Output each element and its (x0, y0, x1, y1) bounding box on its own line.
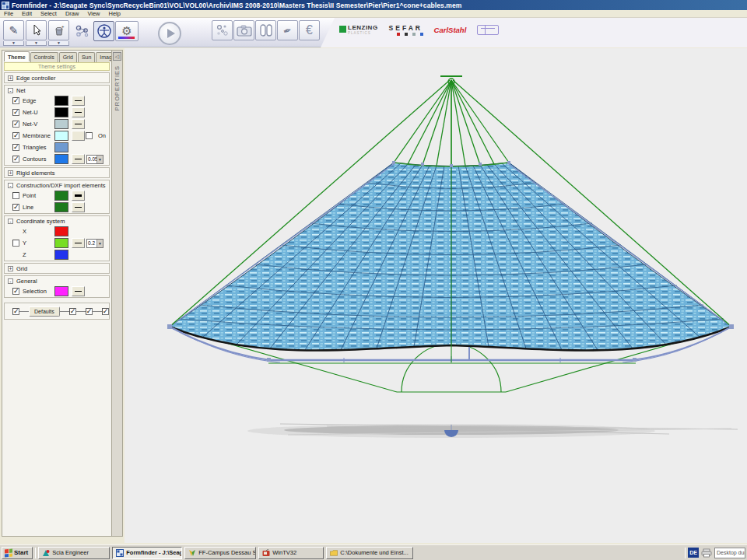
line-style-button[interactable] (72, 119, 85, 129)
line-style-button[interactable] (72, 286, 85, 296)
membrane-color-swatch[interactable] (54, 131, 68, 141)
paint-bucket-tool-button[interactable]: + (48, 20, 69, 40)
net-v-checkbox[interactable] (12, 121, 19, 128)
line-style-button[interactable] (72, 154, 85, 164)
scia-icon (42, 549, 50, 557)
play-button[interactable] (158, 22, 181, 45)
row-net-v: Net-V (5, 118, 109, 130)
menu-draw[interactable]: Draw (65, 10, 79, 17)
line-style-button[interactable] (72, 107, 85, 117)
menu-view[interactable]: View (87, 10, 100, 17)
section-edge-controller: + Edge controller (4, 72, 110, 83)
ffcampus-icon (188, 549, 196, 557)
defaults-checkbox-3[interactable] (86, 308, 93, 315)
pencil-tool-button[interactable]: ✎ (3, 20, 24, 40)
selection-checkbox[interactable] (12, 288, 19, 295)
line-style-button[interactable] (72, 202, 85, 212)
x-axis-color-swatch[interactable] (54, 226, 68, 236)
line-style-button[interactable] (72, 238, 85, 248)
expander-icon[interactable]: - (8, 88, 13, 93)
menu-select[interactable]: Select (40, 10, 57, 17)
contours-color-swatch[interactable] (54, 154, 68, 164)
euro-tool-button[interactable]: € (299, 20, 320, 40)
camera-tool-button[interactable] (233, 20, 254, 40)
triangles-color-swatch[interactable] (54, 142, 68, 152)
collapse-panel-arrow[interactable]: ◁ (113, 52, 121, 61)
taskbar-button-explorer[interactable]: C:\Dokumente und Einst... (326, 547, 413, 559)
membrane-mesh[interactable] (170, 163, 731, 350)
axis-scale-select[interactable]: 0.2▼ (86, 239, 103, 248)
defaults-checkbox-4[interactable] (102, 308, 109, 315)
pencil-tool-dropdown[interactable]: ▼ (3, 41, 24, 46)
binoculars-tool-button[interactable] (255, 20, 276, 40)
title-bar[interactable]: Formfinder - J:\Seagate Sync\SyncRecycle… (0, 0, 747, 10)
taskbar-button-scia[interactable]: Scia Engineer (38, 547, 110, 559)
line-style-button[interactable] (72, 96, 85, 106)
row-y-axis: Y 0.2▼ (5, 237, 109, 249)
membrane-on-checkbox[interactable] (86, 132, 93, 139)
defaults-checkbox-2[interactable] (69, 308, 76, 315)
tab-grid[interactable]: Grid (59, 52, 77, 62)
section-label: Grid (16, 265, 27, 272)
lenzing-green-square (339, 26, 346, 33)
defaults-button[interactable]: Defaults (29, 306, 60, 317)
toolbar: ✎ ▼ ▼ + ▼ (0, 18, 747, 47)
expander-icon[interactable]: - (8, 219, 13, 224)
line-style-button[interactable] (72, 191, 85, 201)
menu-help[interactable]: Help (109, 10, 121, 17)
language-indicator[interactable]: DE (688, 548, 699, 558)
tab-theme[interactable]: Theme (4, 51, 30, 61)
y-axis-checkbox[interactable] (12, 240, 19, 247)
camera-icon (237, 24, 252, 37)
render-settings-button[interactable]: ⚙ (115, 21, 139, 41)
taskbar-button-ffcampus[interactable]: FF-Campus Dessau Scre... (184, 547, 256, 559)
defaults-checkbox-1[interactable] (12, 308, 19, 315)
z-axis-color-swatch[interactable] (54, 250, 68, 260)
viewport-canvas[interactable] (124, 48, 747, 543)
desktop-search-box[interactable]: Desktop durchs (714, 548, 745, 558)
contours-checkbox[interactable] (12, 156, 19, 163)
windows-flag-icon (5, 548, 12, 557)
feather-tool-button[interactable]: ✒ (277, 20, 298, 40)
membrane-style-button[interactable] (72, 131, 85, 141)
taskbar-button-formfinder[interactable]: Formfinder - J:\Seaga... (112, 547, 182, 559)
membrane-checkbox[interactable] (12, 132, 19, 139)
triangles-checkbox[interactable] (12, 144, 19, 151)
edge-color-swatch[interactable] (54, 96, 68, 106)
tab-sun[interactable]: Sun (78, 52, 95, 62)
expander-icon[interactable]: - (8, 183, 13, 188)
selection-color-swatch[interactable] (54, 286, 68, 296)
taskbar-button-wintv[interactable]: WinTV32 (258, 547, 324, 559)
point-checkbox[interactable] (12, 192, 19, 199)
play-icon (167, 29, 175, 38)
menu-file[interactable]: File (4, 10, 13, 17)
paint-bucket-dropdown[interactable]: ▼ (48, 41, 69, 46)
expander-icon[interactable]: + (8, 266, 13, 271)
formfinding-tool-button[interactable] (72, 21, 93, 41)
expander-icon[interactable]: + (8, 75, 13, 81)
printer-tray-icon[interactable] (701, 548, 712, 558)
net-u-checkbox[interactable] (12, 109, 19, 116)
net-v-color-swatch[interactable] (54, 119, 68, 129)
section-rigid-elements: + Rigid elements (4, 167, 110, 178)
select-tool-button[interactable] (26, 20, 47, 40)
line-color-swatch[interactable] (54, 202, 68, 212)
start-button[interactable]: Start (2, 547, 33, 559)
section-net: - Net Edge Net-U Net-V (4, 85, 110, 166)
viewport[interactable] (124, 48, 747, 543)
tab-controls[interactable]: Controls (30, 52, 58, 62)
expander-icon[interactable]: + (8, 170, 13, 176)
section-label: Construction/DXF import elements (16, 182, 106, 189)
expander-icon[interactable]: - (8, 278, 13, 284)
contour-interval-select[interactable]: 0.05▼ (86, 155, 103, 164)
net-u-color-swatch[interactable] (54, 107, 68, 117)
particles-tool-button[interactable] (212, 20, 233, 40)
select-tool-dropdown[interactable]: ▼ (26, 41, 47, 46)
y-axis-color-swatch[interactable] (54, 238, 68, 248)
edge-checkbox[interactable] (12, 97, 19, 104)
vitruvian-man-tool-button[interactable] (93, 21, 114, 41)
carlstahl-logo: CarlStahl (434, 26, 467, 34)
point-color-swatch[interactable] (54, 191, 68, 201)
menu-edit[interactable]: Edit (22, 10, 32, 17)
line-checkbox[interactable] (12, 204, 19, 211)
